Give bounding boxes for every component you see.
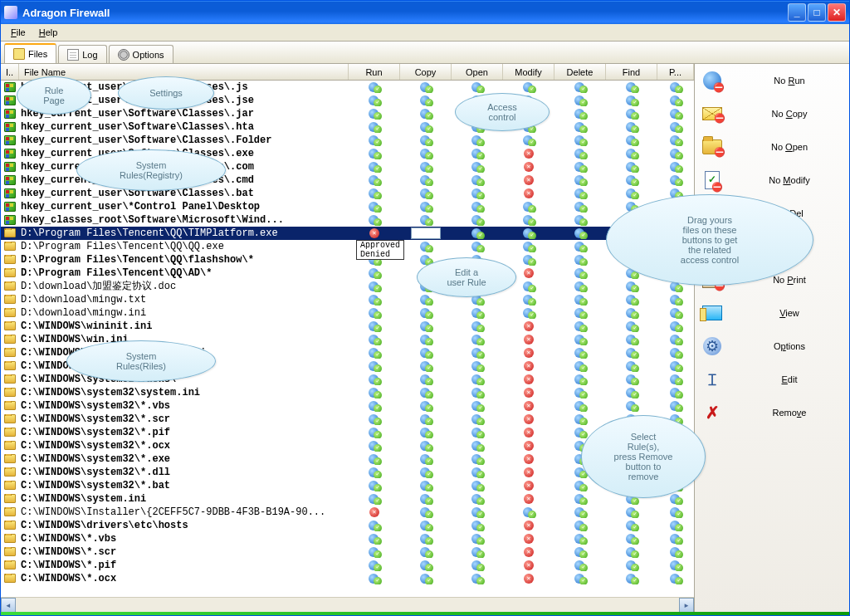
deny-icon[interactable] bbox=[523, 320, 535, 332]
allow-icon[interactable] bbox=[574, 161, 586, 173]
h-scrollbar[interactable]: ◄ ► bbox=[1, 597, 694, 612]
allow-icon[interactable] bbox=[369, 546, 380, 558]
allow-icon[interactable] bbox=[626, 174, 638, 186]
table-row[interactable]: hkey_current_user\Software\Classes\.cmd bbox=[1, 174, 694, 187]
allow-icon[interactable] bbox=[670, 427, 681, 438]
allow-icon[interactable] bbox=[369, 121, 380, 133]
allow-icon[interactable] bbox=[369, 108, 380, 120]
allow-icon[interactable] bbox=[471, 347, 483, 359]
deny-icon[interactable] bbox=[523, 427, 535, 438]
allow-icon[interactable] bbox=[670, 188, 681, 199]
allow-icon[interactable] bbox=[369, 281, 380, 292]
allow-icon[interactable] bbox=[471, 148, 483, 159]
allow-icon[interactable] bbox=[574, 520, 586, 531]
allow-icon[interactable] bbox=[626, 506, 638, 518]
allow-icon[interactable] bbox=[574, 267, 586, 279]
allow-icon[interactable] bbox=[626, 413, 638, 425]
col-modify[interactable]: Modify bbox=[503, 64, 554, 80]
table-row[interactable]: hkey_current_user\Software\Classes\.jse bbox=[1, 94, 694, 107]
allow-icon[interactable] bbox=[574, 413, 586, 425]
scroll-left-button[interactable]: ◄ bbox=[1, 598, 16, 612]
allow-icon[interactable] bbox=[626, 81, 638, 93]
allow-icon[interactable] bbox=[471, 201, 483, 213]
allow-icon[interactable] bbox=[670, 254, 681, 266]
allow-icon[interactable] bbox=[420, 254, 432, 266]
allow-icon[interactable] bbox=[369, 374, 380, 385]
allow-icon[interactable] bbox=[420, 573, 432, 584]
allow-icon[interactable] bbox=[574, 148, 586, 159]
allow-icon[interactable] bbox=[670, 520, 681, 531]
allow-icon[interactable] bbox=[626, 121, 638, 133]
allow-icon[interactable] bbox=[574, 480, 586, 491]
no-find-button[interactable]: No FindNo Find bbox=[696, 233, 848, 260]
col-delete[interactable]: Delete bbox=[554, 64, 606, 80]
deny-icon[interactable] bbox=[523, 161, 535, 173]
allow-icon[interactable] bbox=[471, 413, 483, 425]
allow-icon[interactable] bbox=[420, 374, 432, 385]
table-row[interactable]: C:\WINDOWS\system.ini bbox=[1, 492, 694, 506]
allow-icon[interactable] bbox=[574, 108, 586, 120]
allow-icon[interactable] bbox=[626, 387, 638, 398]
allow-icon[interactable] bbox=[471, 546, 483, 558]
col-filename[interactable]: File Name bbox=[19, 64, 349, 80]
allow-icon[interactable] bbox=[420, 520, 432, 531]
col-icon[interactable]: I.. bbox=[1, 64, 19, 80]
allow-icon[interactable] bbox=[420, 307, 432, 319]
table-row[interactable]: C:\WINDOWS\win.ini bbox=[1, 333, 694, 346]
deny-icon[interactable] bbox=[369, 506, 380, 518]
allow-icon[interactable] bbox=[626, 480, 638, 491]
allow-icon[interactable] bbox=[369, 267, 380, 279]
allow-icon[interactable] bbox=[626, 307, 638, 319]
table-row[interactable]: hkey_current_user\Software\Classes\.exe bbox=[1, 147, 694, 160]
allow-icon[interactable] bbox=[369, 188, 380, 199]
allow-icon[interactable] bbox=[626, 467, 638, 478]
allow-icon[interactable] bbox=[523, 81, 535, 93]
allow-icon[interactable] bbox=[626, 347, 638, 359]
status-combo[interactable]: 1 bbox=[411, 227, 442, 239]
deny-icon[interactable] bbox=[523, 533, 535, 545]
allow-icon[interactable] bbox=[369, 347, 380, 359]
deny-icon[interactable] bbox=[523, 413, 535, 425]
table-row[interactable]: C:\WINDOWS\system32\*.exe bbox=[1, 452, 694, 466]
deny-icon[interactable] bbox=[523, 480, 535, 491]
table-row[interactable]: hkey_current_user\Software\Classes\.Fold… bbox=[1, 134, 694, 147]
allow-icon[interactable] bbox=[626, 95, 638, 106]
allow-icon[interactable] bbox=[626, 440, 638, 452]
allow-icon[interactable] bbox=[523, 254, 535, 266]
allow-icon[interactable] bbox=[420, 188, 432, 199]
allow-icon[interactable] bbox=[626, 320, 638, 332]
no-copy-button[interactable]: No CopyNo Copy bbox=[696, 100, 848, 127]
allow-icon[interactable] bbox=[670, 560, 681, 571]
allow-icon[interactable] bbox=[574, 241, 586, 252]
col-run[interactable]: Run bbox=[349, 64, 400, 80]
allow-icon[interactable] bbox=[626, 254, 638, 266]
table-row[interactable]: hkey_current_user\Software\Classes\.bat bbox=[1, 187, 694, 200]
allow-icon[interactable] bbox=[574, 467, 586, 478]
allow-icon[interactable] bbox=[471, 188, 483, 199]
allow-icon[interactable] bbox=[420, 201, 432, 213]
allow-icon[interactable] bbox=[369, 134, 380, 146]
allow-icon[interactable] bbox=[471, 174, 483, 186]
allow-icon[interactable] bbox=[369, 440, 380, 452]
table-row[interactable]: C:\WINDOWS\system32\wininit.ini bbox=[1, 346, 694, 359]
allow-icon[interactable] bbox=[670, 453, 681, 465]
allow-icon[interactable] bbox=[420, 560, 432, 571]
allow-icon[interactable] bbox=[420, 413, 432, 425]
deny-icon[interactable] bbox=[523, 347, 535, 359]
allow-icon[interactable] bbox=[420, 360, 432, 372]
no-open-button[interactable]: No OpenNo Open bbox=[696, 134, 848, 160]
allow-icon[interactable] bbox=[626, 533, 638, 545]
allow-icon[interactable] bbox=[369, 161, 380, 173]
allow-icon[interactable] bbox=[523, 227, 535, 239]
allow-icon[interactable] bbox=[471, 334, 483, 345]
deny-icon[interactable] bbox=[523, 493, 535, 505]
allow-icon[interactable] bbox=[670, 360, 681, 372]
allow-icon[interactable] bbox=[574, 400, 586, 412]
allow-icon[interactable] bbox=[369, 294, 380, 306]
table-row[interactable]: C:\WINDOWS\system32\*.scr bbox=[1, 413, 694, 426]
allow-icon[interactable] bbox=[626, 374, 638, 385]
allow-icon[interactable] bbox=[626, 520, 638, 531]
allow-icon[interactable] bbox=[574, 560, 586, 571]
allow-icon[interactable] bbox=[670, 227, 681, 239]
allow-icon[interactable] bbox=[369, 560, 380, 571]
